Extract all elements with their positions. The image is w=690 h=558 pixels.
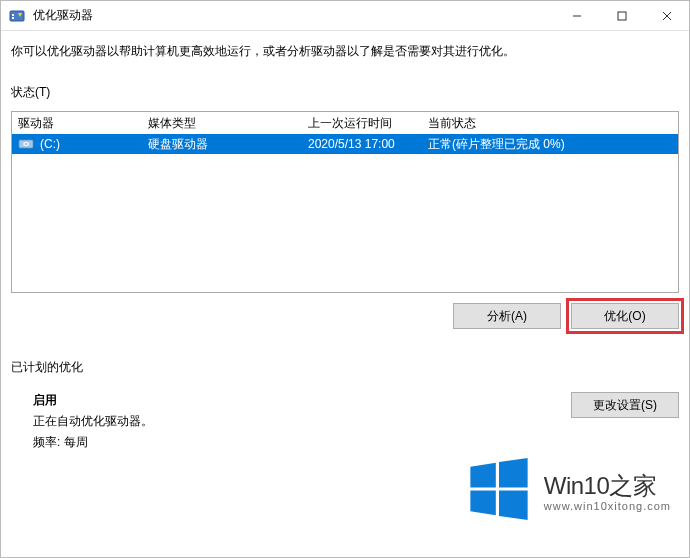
svg-marker-12 [470,491,495,516]
schedule-frequency: 频率: 每周 [33,434,153,451]
drive-list[interactable]: 驱动器 媒体类型 上一次运行时间 当前状态 (C:) 硬盘驱动器 2020/5/… [11,111,679,293]
svg-rect-1 [12,14,14,16]
titlebar: 优化驱动器 [1,1,689,31]
svg-marker-13 [499,491,528,520]
app-icon [9,8,25,24]
action-buttons: 分析(A) 优化(O) [11,303,679,329]
drive-status: 正常(碎片整理已完成 0%) [422,134,678,155]
drive-row[interactable]: (C:) 硬盘驱动器 2020/5/13 17:00 正常(碎片整理已完成 0%… [12,134,678,154]
svg-point-9 [25,143,27,145]
drive-lastrun: 2020/5/13 17:00 [302,135,422,153]
column-headers: 驱动器 媒体类型 上一次运行时间 当前状态 [12,112,678,134]
scheduled-label: 已计划的优化 [11,359,679,376]
status-label: 状态(T) [11,84,50,101]
schedule-info: 启用 正在自动优化驱动器。 频率: 每周 [11,392,153,451]
optimize-button[interactable]: 优化(O) [571,303,679,329]
minimize-button[interactable] [554,1,599,31]
svg-marker-10 [470,463,495,488]
drive-icon [18,137,34,151]
header-drive[interactable]: 驱动器 [12,113,142,134]
schedule-desc: 正在自动优化驱动器。 [33,413,153,430]
header-status[interactable]: 当前状态 [422,113,678,134]
drive-media: 硬盘驱动器 [142,134,302,155]
watermark-title: Win10之家 [544,470,671,502]
svg-rect-2 [12,17,14,19]
close-button[interactable] [644,1,689,31]
drive-name: (C:) [40,137,60,151]
window-title: 优化驱动器 [33,7,554,24]
watermark-url: www.win10xitong.com [544,500,671,512]
header-lastrun[interactable]: 上一次运行时间 [302,113,422,134]
header-media[interactable]: 媒体类型 [142,113,302,134]
svg-rect-4 [618,12,626,20]
schedule-status: 启用 [33,392,153,409]
description-text: 你可以优化驱动器以帮助计算机更高效地运行，或者分析驱动器以了解是否需要对其进行优… [11,43,679,60]
watermark: Win10之家 www.win10xitong.com [464,454,671,527]
analyze-button[interactable]: 分析(A) [453,303,561,329]
window-controls [554,1,689,30]
windows-logo-icon [464,454,534,527]
change-settings-button[interactable]: 更改设置(S) [571,392,679,418]
maximize-button[interactable] [599,1,644,31]
svg-marker-11 [499,458,528,487]
